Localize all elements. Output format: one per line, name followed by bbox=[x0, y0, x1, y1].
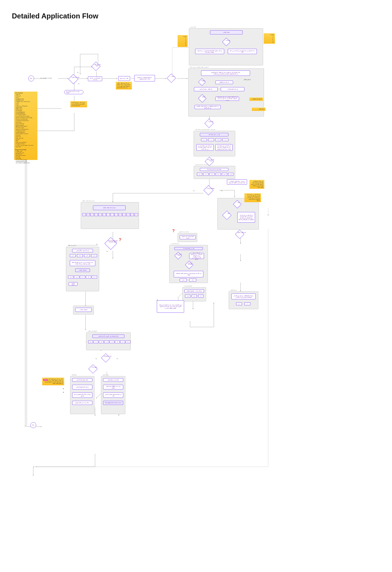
m-b2: تأكيد التوقيع من خلال OTP رسالة يتم التح… bbox=[72, 392, 92, 398]
check-icon bbox=[63, 388, 64, 389]
n-h1: شاشة صرف مبلغ التمويل bbox=[103, 378, 123, 382]
cell: ديون bbox=[114, 213, 118, 216]
cell: تحقق bbox=[92, 276, 97, 279]
b-box4: في حالة عدم التطابق يجب إكمال البيانات ا… bbox=[195, 105, 221, 109]
b-msg1: في حالة عدم التطابق bbox=[215, 81, 233, 84]
label-yes: Yes bbox=[193, 190, 195, 191]
c-no: في حالة عدم دخول شاشة نفاذ يجب على العمي… bbox=[215, 144, 233, 151]
label-yes: Yes bbox=[78, 83, 80, 84]
group-cr: إدخال بيانات السجل التجاري شاشة السجل ال… bbox=[194, 166, 235, 179]
end-node: End bbox=[30, 422, 36, 428]
b-d2: مطابقة bbox=[198, 94, 206, 103]
decision-login: تسجيل bbox=[167, 73, 176, 83]
note-prev: في حال يوجد طلب / طلب حفظ كمسودة - بيانا… bbox=[116, 82, 132, 89]
cell: إعادة bbox=[84, 254, 90, 257]
cell: هوية bbox=[185, 295, 190, 298]
h-d: show active choice bbox=[174, 252, 182, 259]
b-header: بيانات المقدم التي تم جلبها من نفاذ / من… bbox=[201, 70, 250, 76]
n-b2: إشعار العميل بالتحويل rejection في خلال bbox=[103, 392, 123, 398]
cell: إرجاع bbox=[104, 340, 109, 343]
group-title: التحقق من البيانات bbox=[67, 245, 76, 246]
a-box-l: شاشة التحقق من رقم الجوال OTP من خلال تط… bbox=[195, 49, 224, 54]
small-d: هل البيانات كاملة؟ bbox=[235, 230, 244, 239]
decision-first-user: المستخدم الاول؟ bbox=[68, 74, 78, 84]
todo-tag: TO DO bbox=[43, 379, 48, 381]
group-h: مراجعة المستندات هل تم رفع المستندات؟ sh… bbox=[169, 245, 208, 283]
big-note-box: صورة للعميل في حال عدم رغبة العميل في إر… bbox=[157, 300, 184, 313]
cell: نشاط bbox=[216, 173, 221, 176]
cell: رفض bbox=[74, 276, 79, 279]
group-f: صفحة إدخال البيانات المالية صفحة إدخال ا… bbox=[81, 202, 139, 229]
note-cr: يتم التحقق من رقم السجل التجاري من خلال … bbox=[244, 193, 261, 202]
cell: هاتف bbox=[228, 173, 233, 176]
qmark-icon: ? bbox=[172, 228, 175, 233]
deadend-diamond: هل يمكن؟ bbox=[204, 119, 214, 128]
invariant-item: • loan request availability status bbox=[15, 162, 36, 164]
group-j: إضافة المستندات رفع المستندات والوثائق ا… bbox=[182, 287, 206, 301]
box-first-check: هل انت مسجل كمقترض ام متقدم؟ bbox=[64, 90, 83, 94]
cell: مبيعات bbox=[82, 213, 86, 216]
group-title: مراجعة المستندات bbox=[171, 243, 179, 244]
cell: تأجيل bbox=[189, 279, 196, 282]
cell: تاريخ bbox=[209, 173, 215, 176]
g-small: معالجة الخطأ bbox=[69, 282, 78, 286]
cell: مصاريف bbox=[130, 213, 134, 216]
start-action-label: click submit first message bbox=[39, 78, 53, 79]
k-box: مراجعة شاملة للطلب من قبل مدير القسم للم… bbox=[231, 293, 256, 299]
group-title: التحقق من الهوية الوطنية عبر يقين (نفاذ) bbox=[190, 66, 208, 68]
cell: رواتب bbox=[122, 213, 126, 216]
qmark-icon: ? bbox=[119, 237, 121, 242]
decision-prev: هل يوجد طلب سابق؟ bbox=[91, 62, 100, 71]
b-box3: في حالة الطلب الناقص يتم ربط مع ملاحظات … bbox=[215, 97, 239, 101]
a-header: شاشة البيانات bbox=[210, 30, 243, 34]
label-no: No bbox=[96, 244, 97, 245]
cv-d2: valid bbox=[222, 210, 231, 220]
cell: حفظ bbox=[68, 276, 73, 279]
cell: بيانات bbox=[222, 138, 228, 141]
c-header: هل تم دخول شاشة نفاذ bbox=[200, 133, 228, 136]
cell: إلغاء bbox=[115, 340, 120, 343]
label-yes: Yes bbox=[116, 358, 118, 359]
b-box2: في حالة مطابقة البيانات bbox=[221, 87, 244, 91]
group-n: صرف التمويل شاشة صرف مبلغ التمويل تحويل … bbox=[101, 376, 125, 414]
group-nafath: دخول بيانات العميل والشركة من خلال نفاذ؟… bbox=[194, 131, 235, 156]
group-loan-request: طلب قرض شاشة البيانات هل تريد؟ شاشة التح… bbox=[189, 28, 263, 65]
m-b3: حفظ نسخة من العقد الموقع bbox=[72, 401, 92, 405]
group-i: إنشاء حساب العميل شاشة إنشاء حساب العميل… bbox=[178, 233, 197, 242]
cell: رفض bbox=[94, 340, 98, 343]
cell: عقد bbox=[198, 295, 203, 298]
page-title: Detailed Application Flow bbox=[12, 12, 380, 20]
note-welcome: يتم تسجيل دخول المستخدم (المقترض) مع شاش… bbox=[70, 101, 87, 107]
j-header: رفع المستندات والوثائق المطلوبة bbox=[184, 289, 204, 293]
group-l: الموافقة على الطلب شاشة الموافقة على الت… bbox=[86, 332, 131, 350]
box-draft: مسودة - حفظ البيانات المدخلة + بيانات ال… bbox=[227, 179, 247, 185]
group-k: مراجعة الطلب مراجعة شاملة للطلب من قبل م… bbox=[229, 291, 258, 309]
h-d2: مراجعة و المصادقة bbox=[185, 261, 193, 269]
cell: نقص bbox=[70, 254, 76, 257]
invariant-item: • age 21-60 bbox=[15, 146, 36, 148]
cell: تعليق bbox=[99, 340, 104, 343]
cell: إرسال bbox=[126, 340, 130, 343]
note-a-right: شاشة 2- أ- ب- ج- د- هـ bbox=[264, 33, 275, 44]
group-title: دخول بيانات العميل والشركة من خلال نفاذ؟ bbox=[195, 129, 216, 130]
cell: سجل bbox=[192, 295, 197, 298]
g-box1: Auto fill في حال تم تصحيح كافة Error ملء… bbox=[70, 260, 95, 266]
cell: استثمار bbox=[118, 213, 122, 216]
cell: تعديل bbox=[91, 254, 97, 257]
b-tag: قد يكون الطلب bbox=[240, 79, 255, 80]
label-no: No bbox=[77, 72, 78, 73]
group-title: إنشاء حساب العميل bbox=[179, 231, 189, 232]
h-header: هل تم رفع المستندات؟ bbox=[174, 247, 203, 250]
cell: تعديل bbox=[110, 340, 114, 343]
box-prev-loan: طلب قرض سابق bbox=[118, 76, 130, 81]
h-out: في حالة عدم رفع المستندات يتم إشعار العم… bbox=[174, 271, 203, 277]
cell: إيجار bbox=[127, 213, 130, 216]
label-yes: Yes bbox=[106, 251, 108, 252]
c-yes: في حالة دخول شاشة نفاذ يتم جلب بيانات ال… bbox=[196, 144, 214, 151]
label-no: No bbox=[221, 190, 222, 191]
k-yes: نعم bbox=[236, 302, 242, 305]
cell: بنك bbox=[110, 213, 114, 216]
dot-icon bbox=[157, 300, 158, 301]
n-b3: Show Application Status screen bbox=[103, 401, 123, 405]
a-box-r: يجب التحقق من رقم الجوال عبر منصة أبشر م… bbox=[228, 49, 257, 54]
